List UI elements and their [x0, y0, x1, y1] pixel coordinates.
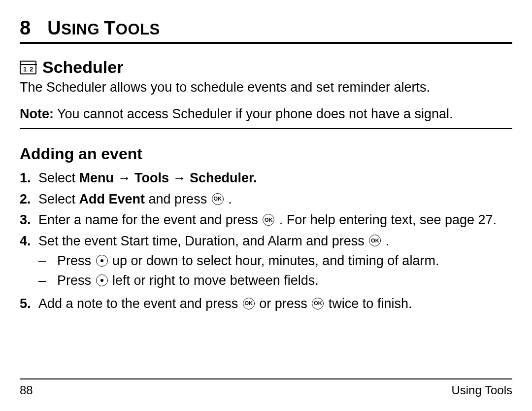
ok-button-icon: OK: [243, 298, 255, 309]
note-text: You cannot access Scheduler if your phon…: [54, 106, 453, 121]
ok-button-icon: OK: [263, 214, 274, 226]
subsection-heading: Adding an event: [20, 145, 512, 163]
section-title: Scheduler: [42, 58, 123, 77]
section-heading: 1 2 Scheduler: [20, 58, 512, 77]
ok-button-icon: OK: [212, 193, 224, 205]
page-number: 88: [20, 383, 33, 397]
step-4-sub-1: – Press up or down to select hour, minut…: [38, 252, 512, 270]
steps-list: 1. Select Menu → Tools → Scheduler. 2. S…: [20, 169, 512, 312]
nav-button-icon: [96, 274, 108, 286]
chapter-title: USING TOOLS: [47, 18, 160, 39]
step-1: 1. Select Menu → Tools → Scheduler.: [20, 169, 512, 187]
step-4-sub-2: – Press left or right to move between fi…: [38, 272, 512, 289]
note: Note: You cannot access Scheduler if you…: [20, 106, 512, 130]
section-intro: The Scheduler allows you to schedule eve…: [20, 79, 512, 96]
nav-button-icon: [96, 255, 108, 267]
step-3: 3. Enter a name for the event and press …: [20, 211, 512, 229]
ok-button-icon: OK: [369, 235, 381, 246]
ok-button-icon: OK: [312, 298, 324, 309]
step-4: 4. Set the event Start time, Duration, a…: [20, 232, 512, 292]
step-5: 5. Add a note to the event and press OK …: [20, 295, 512, 312]
calendar-icon: 1 2: [20, 61, 36, 74]
page-footer: 88 Using Tools: [20, 378, 512, 397]
step-4-sublist: – Press up or down to select hour, minut…: [38, 252, 512, 290]
footer-label: Using Tools: [451, 383, 512, 397]
chapter-number: 8: [20, 17, 31, 39]
chapter-header: 8 USING TOOLS: [20, 17, 512, 44]
step-2: 2. Select Add Event and press OK .: [20, 190, 512, 208]
note-label: Note:: [20, 106, 54, 121]
